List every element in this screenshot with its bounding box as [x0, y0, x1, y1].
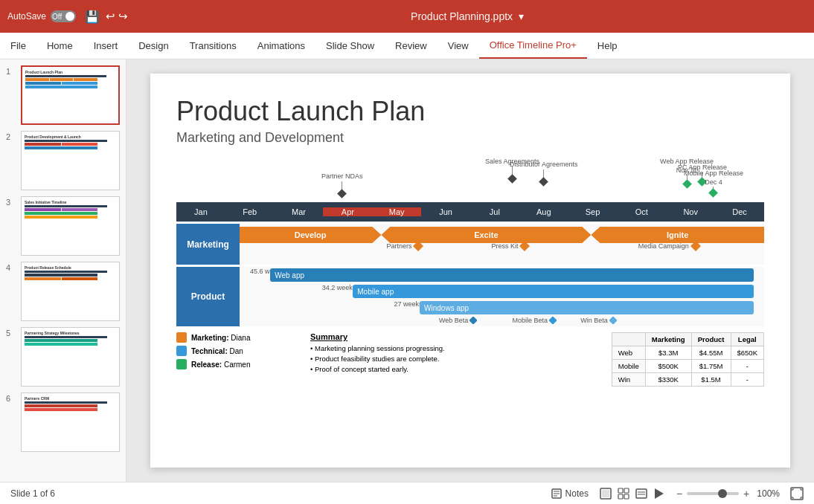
reading-view-icon[interactable] [635, 487, 648, 500]
product-rows: 45.6 weeks Web app 34.2 weeks Mobile app… [240, 267, 764, 326]
month-nov: Nov [666, 207, 715, 216]
month-oct: Oct [617, 207, 666, 216]
menu-view[interactable]: View [438, 33, 479, 59]
web-beta-marker: Web Beta [439, 317, 477, 324]
save-icon[interactable]: 💾 [85, 10, 100, 24]
slideshow-view-icon[interactable] [653, 487, 666, 500]
webapp-bar: Web app [270, 268, 754, 282]
marketing-label: Marketing [176, 224, 240, 265]
svg-marker-19 [655, 488, 664, 499]
milestone-partners: Partners [386, 241, 423, 251]
menu-design[interactable]: Design [128, 33, 179, 59]
redo-icon[interactable]: ↪ [118, 10, 128, 23]
view-buttons [599, 487, 666, 500]
zoom-slider[interactable] [687, 492, 739, 495]
slide-sorter-icon[interactable] [617, 487, 630, 500]
zoom-plus[interactable]: + [743, 488, 749, 500]
budget-win-label: Win [612, 373, 645, 387]
budget-mobile-legal: - [731, 360, 763, 373]
budget-header-product: Product [691, 333, 731, 346]
budget-web-label: Web [612, 346, 645, 360]
slide-preview-5[interactable]: Partnering Strategy Milestones [21, 327, 120, 387]
budget-row-mobile: Mobile $500K $1.75M - [612, 360, 763, 373]
autosave-control[interactable]: AutoSave Off [7, 10, 76, 22]
summary-item-3: Proof of concept started early. [310, 365, 597, 373]
slide-thumb-5[interactable]: 5 Partnering Strategy Milestones [6, 327, 120, 387]
budget-table: Marketing Product Legal Web $3.3M $4.55M… [612, 332, 764, 387]
milestone-distributor: Distributor Agreements [510, 161, 578, 185]
budget-header-row [612, 333, 645, 346]
budget-mobile-marketing: $500K [645, 360, 691, 373]
slide-subtitle: Marketing and Development [176, 130, 764, 146]
svg-rect-3 [470, 317, 477, 324]
slide-preview-3[interactable]: Sales Initiative Timeline [21, 196, 120, 256]
slide-title: Product Launch Plan [176, 96, 764, 127]
milestone-partner-ndas: Partner NDAs [321, 172, 363, 197]
toggle-state: Off [52, 13, 62, 21]
milestone-presskit: Press Kit [491, 241, 530, 251]
month-jan: Jan [176, 207, 225, 216]
budget-mobile-label: Mobile [612, 360, 645, 373]
month-bar: Jan Feb Mar Apr May Jun Jul Aug Sep Oct … [176, 202, 764, 222]
slide-thumb-2[interactable]: 2 Product Development & Launch [6, 131, 120, 190]
svg-rect-12 [618, 488, 623, 493]
slide-thumb-4[interactable]: 4 Product Release Schedule [6, 262, 120, 321]
menu-review[interactable]: Review [385, 33, 438, 59]
svg-rect-5 [609, 317, 617, 324]
presskit-icon [519, 241, 530, 251]
budget-mobile-product: $1.75M [691, 360, 731, 373]
milestone-labels: Partner NDAs Sales Agreements Distributo… [176, 158, 764, 202]
menu-help[interactable]: Help [587, 33, 628, 59]
undo-icon[interactable]: ↩ [106, 10, 115, 23]
menu-transitions[interactable]: Transitions [179, 33, 247, 59]
win-beta-icon [609, 317, 617, 324]
month-aug: Aug [519, 207, 568, 216]
menu-slideshow[interactable]: Slide Show [315, 33, 385, 59]
win-beta-marker: Win Beta [580, 317, 617, 324]
zoom-control: − + 100% [676, 488, 780, 500]
edit-area: Product Launch Plan Marketing and Develo… [126, 59, 814, 482]
bottom-info: Marketing: Diana Technical: Dan Release:… [176, 332, 764, 387]
milestone-mediacampaign: Media Campaign [638, 241, 701, 251]
slide-preview-1[interactable]: Product Launch Plan [21, 65, 120, 125]
menu-home[interactable]: Home [36, 33, 83, 59]
budget-web-product: $4.55M [691, 346, 731, 360]
slide-preview-2[interactable]: Product Development & Launch [21, 131, 120, 190]
autosave-toggle[interactable]: Off [51, 10, 76, 22]
budget-row-web: Web $3.3M $4.55M $650K [612, 346, 763, 360]
svg-rect-14 [618, 494, 623, 499]
slide-thumb-6[interactable]: 6 Partners CRM [6, 392, 120, 452]
partners-icon [413, 241, 423, 251]
summary-item-1: Marketing planning sessions progressing. [310, 344, 597, 352]
normal-view-icon[interactable] [599, 487, 612, 500]
fit-window-icon[interactable] [790, 487, 804, 500]
menu-file[interactable]: File [0, 33, 36, 59]
milestone-mobileapp: Mobile App ReleaseDec 4 [684, 169, 743, 196]
windowsapp-bar: Windows app [420, 301, 754, 314]
slide-thumb-1[interactable]: 1 Product Launch Plan [6, 65, 120, 125]
menu-insert[interactable]: Insert [83, 33, 129, 59]
month-sep: Sep [568, 207, 618, 216]
menu-office-timeline[interactable]: Office Timeline Pro+ [479, 33, 587, 59]
legend-technical: Technical: Dan [176, 346, 295, 356]
marketing-section: Marketing Develop Excite Ignite Partners [176, 224, 764, 265]
slide-preview-6[interactable]: Partners CRM [21, 392, 120, 452]
document-title: Product Planning.pptx ▾ [128, 10, 807, 22]
slide-preview-4[interactable]: Product Release Schedule [21, 262, 120, 321]
legend-marketing: Marketing: Diana [176, 332, 295, 343]
slide-thumb-3[interactable]: 3 Sales Initiative Timeline [6, 196, 120, 256]
summary-box: Summary Marketing planning sessions prog… [310, 332, 597, 387]
budget-win-product: $1.5M [691, 373, 731, 387]
notes-button[interactable]: Notes [551, 488, 589, 500]
legend: Marketing: Diana Technical: Dan Release:… [176, 332, 295, 387]
summary-title: Summary [310, 332, 597, 341]
svg-rect-1 [519, 241, 530, 251]
product-label: Product [176, 267, 240, 326]
budget-row-win: Win $330K $1.5M - [612, 373, 763, 387]
zoom-level: 100% [757, 488, 780, 499]
svg-rect-2 [690, 241, 701, 251]
timeline-container: Partner NDAs Sales Agreements Distributo… [176, 158, 764, 326]
zoom-minus[interactable]: − [676, 488, 682, 500]
legend-release: Release: Carmen [176, 359, 295, 369]
menu-animations[interactable]: Animations [247, 33, 315, 59]
